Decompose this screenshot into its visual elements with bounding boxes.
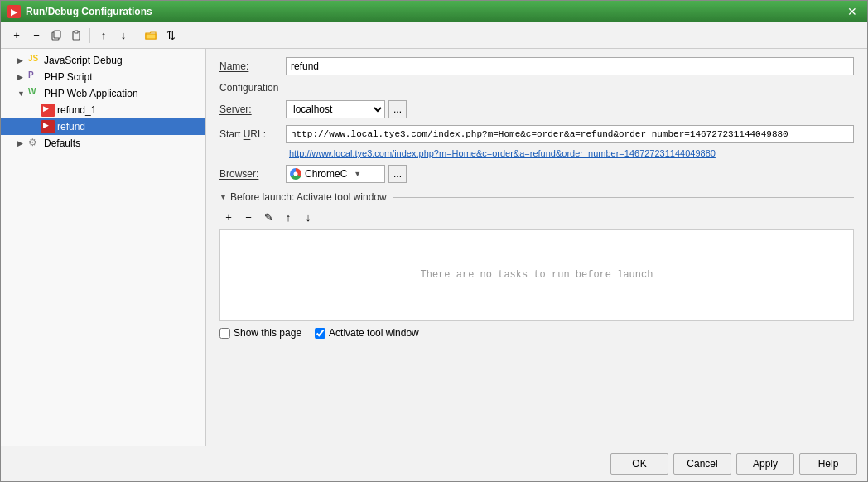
close-button[interactable]: ✕	[844, 5, 861, 18]
right-panel: Name: Configuration Server: localhost ..…	[206, 49, 867, 446]
tree-item-defaults[interactable]: ▶ ⚙ Defaults	[1, 135, 205, 152]
start-url-label: Start URL:	[219, 128, 286, 140]
config-section-label: Configuration	[219, 82, 854, 94]
main-content: ▶ JS JavaScript Debug ▶ P PHP Script ▼ W…	[1, 49, 867, 446]
tree-item-js-debug[interactable]: ▶ JS JavaScript Debug	[1, 52, 205, 69]
tree-item-php-web[interactable]: ▼ W PHP Web Application	[1, 85, 205, 102]
launch-edit-button[interactable]: ✎	[259, 208, 277, 226]
sort-button[interactable]: ⇅	[162, 27, 180, 45]
activate-window-label: Activate tool window	[329, 327, 419, 339]
folder-button[interactable]	[142, 27, 160, 45]
expand-php-script: ▶	[17, 73, 26, 81]
copy-icon	[51, 30, 62, 41]
server-select[interactable]: localhost	[286, 100, 385, 118]
browser-value: ChromeC	[305, 168, 347, 180]
svg-rect-3	[75, 31, 78, 33]
footer: OK Cancel Apply Help	[1, 446, 867, 481]
name-label: Name:	[219, 60, 286, 72]
cancel-button[interactable]: Cancel	[673, 453, 731, 475]
name-row: Name:	[219, 57, 854, 75]
tree-item-refund[interactable]: ▶ refund	[1, 118, 205, 135]
svg-rect-1	[54, 31, 60, 38]
browser-controls: ChromeC ▼ ...	[286, 165, 854, 183]
expand-defaults: ▶	[17, 139, 26, 147]
server-label: Server:	[219, 104, 286, 115]
server-more-button[interactable]: ...	[388, 100, 407, 118]
show-page-checkbox[interactable]	[219, 328, 230, 339]
tree-item-php-script[interactable]: ▶ P PHP Script	[1, 69, 205, 85]
activate-window-checkbox[interactable]	[315, 328, 326, 339]
browser-row: Browser: ChromeC ▼ ...	[219, 165, 854, 183]
before-launch-line	[393, 197, 854, 198]
remove-config-button[interactable]: −	[27, 27, 46, 45]
dialog-title: Run/Debug Configurations	[26, 6, 152, 17]
server-row: Server: localhost ...	[219, 100, 854, 118]
tree-item-refund-1[interactable]: ▶ refund_1	[1, 102, 205, 118]
paste-config-button[interactable]	[67, 27, 85, 45]
url-link[interactable]: http://www.local.tye3.com/index.php?m=Ho…	[289, 148, 716, 158]
launch-area: There are no tasks to run before launch	[219, 229, 854, 321]
before-launch-header: ▼ Before launch: Activate tool window	[219, 191, 854, 203]
title-bar: ▶ Run/Debug Configurations ✕	[1, 1, 867, 22]
chrome-icon	[290, 168, 301, 180]
run-debug-dialog: ▶ Run/Debug Configurations ✕ + − ↑ ↓	[0, 0, 868, 482]
server-controls: localhost ...	[286, 100, 854, 118]
tree-label-refund: refund	[57, 121, 85, 133]
refund-1-icon: ▶	[41, 104, 55, 117]
show-page-label: Show this page	[234, 327, 301, 339]
help-button[interactable]: Help	[799, 453, 857, 475]
move-down-button[interactable]: ↓	[114, 27, 133, 45]
launch-move-up-button[interactable]: ↑	[279, 208, 297, 226]
launch-move-down-button[interactable]: ↓	[299, 208, 317, 226]
browser-label: Browser:	[219, 168, 286, 180]
browser-dropdown-arrow: ▼	[354, 170, 361, 178]
tree-label-php-script: PHP Script	[44, 71, 92, 83]
refund-icon: ▶	[41, 120, 55, 133]
launch-empty-text: There are no tasks to run before launch	[421, 269, 653, 281]
copy-config-button[interactable]	[47, 27, 65, 45]
start-url-input[interactable]	[286, 125, 854, 143]
js-debug-icon: JS	[28, 54, 41, 67]
folder-icon	[145, 30, 157, 41]
launch-remove-button[interactable]: −	[239, 208, 258, 226]
move-up-button[interactable]: ↑	[94, 27, 113, 45]
before-launch-chevron: ▼	[219, 193, 227, 201]
activate-window-option[interactable]: Activate tool window	[315, 327, 419, 339]
tree-label-defaults: Defaults	[44, 137, 80, 149]
apply-button[interactable]: Apply	[736, 453, 794, 475]
paste-icon	[70, 30, 82, 41]
tree-label-php-web: PHP Web Application	[44, 88, 138, 99]
toolbar: + − ↑ ↓ ⇅	[1, 22, 867, 49]
bottom-options: Show this page Activate tool window	[219, 327, 854, 339]
toolbar-sep-1	[89, 28, 90, 43]
title-bar-left: ▶ Run/Debug Configurations	[7, 5, 152, 18]
before-launch-section: ▼ Before launch: Activate tool window + …	[219, 191, 854, 339]
url-section: Start URL: http://www.local.tye3.com/ind…	[219, 125, 854, 158]
php-script-icon: P	[28, 70, 41, 84]
browser-more-button[interactable]: ...	[388, 165, 407, 183]
name-input[interactable]	[286, 57, 854, 75]
browser-select-wrapper[interactable]: ChromeC ▼	[286, 165, 385, 183]
show-page-option[interactable]: Show this page	[219, 327, 301, 339]
defaults-icon: ⚙	[28, 137, 41, 150]
php-web-icon: W	[28, 87, 41, 100]
app-icon: ▶	[7, 5, 21, 18]
expand-php-web: ▼	[17, 89, 26, 98]
url-input-row: Start URL:	[219, 125, 854, 143]
add-config-button[interactable]: +	[7, 27, 26, 45]
launch-toolbar: + − ✎ ↑ ↓	[219, 208, 854, 226]
toolbar-sep-2	[137, 28, 137, 43]
before-launch-title: Before launch: Activate tool window	[230, 191, 387, 203]
left-panel: ▶ JS JavaScript Debug ▶ P PHP Script ▼ W…	[1, 49, 206, 446]
expand-js-debug: ▶	[17, 56, 26, 65]
tree-label-refund-1: refund_1	[57, 104, 96, 116]
tree-label-js-debug: JavaScript Debug	[44, 55, 123, 66]
launch-add-button[interactable]: +	[219, 208, 238, 226]
ok-button[interactable]: OK	[610, 453, 668, 475]
